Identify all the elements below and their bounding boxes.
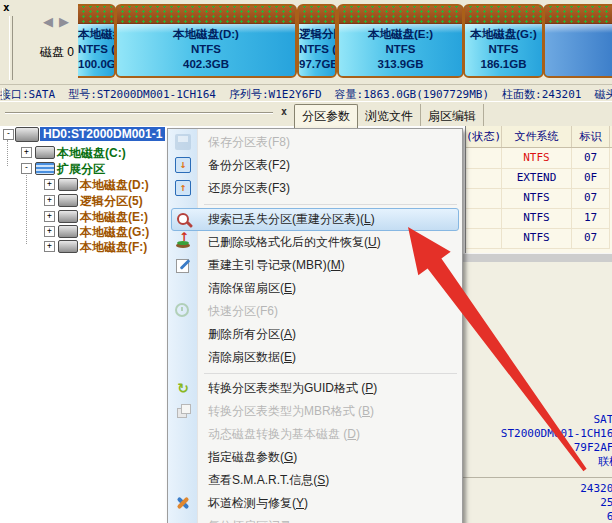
menu-item: 快速分区(F6) <box>168 300 462 323</box>
tree-expand-icon[interactable]: + <box>44 211 55 222</box>
menu-item-label: 搜索已丢失分区(重建分区表)(L) <box>208 212 375 226</box>
column-header[interactable]: (状态) <box>466 126 502 147</box>
partition-block-text: 本地磁盘(G:)NTFS186.1GB <box>465 24 542 72</box>
menu-item[interactable]: 已删除或格式化后的文件恢复(U) <box>168 231 462 254</box>
tree-expand-icon[interactable]: + <box>44 179 55 190</box>
partition-block-cap <box>117 6 295 24</box>
partition-block-body <box>545 24 612 77</box>
menu-item-label: 转换分区表类型为GUID格式 (P) <box>208 381 377 395</box>
partition-block[interactable]: 本地磁盘(E:)NTFS313.9GB <box>337 4 464 78</box>
menu-item[interactable]: 指定磁盘参数(G) <box>168 446 462 469</box>
partition-block-text: 本地磁盘(D:)NTFS402.3GB <box>117 24 295 72</box>
details-value: 243201 <box>462 482 612 496</box>
partition-block[interactable] <box>543 4 612 78</box>
menu-item[interactable]: 重建主引导记录(MBR)(M) <box>168 254 462 277</box>
partition-filesystem: NTFS <box>339 42 462 57</box>
save-icon <box>175 134 191 150</box>
cell-status <box>466 228 502 248</box>
tree-expand-icon[interactable]: + <box>21 147 32 158</box>
next-disk-icon[interactable]: ▶ <box>59 14 75 29</box>
disk-nav-arrows: ◀▶ <box>43 14 75 29</box>
tree-expand-icon[interactable]: - <box>21 163 32 174</box>
table-row[interactable]: NTFS07 <box>466 148 610 169</box>
drive-icon <box>58 225 78 238</box>
toolbar-grip[interactable] <box>9 16 13 80</box>
menu-item[interactable]: 查看S.M.A.R.T.信息(S) <box>168 469 462 492</box>
partition-block-body: 本地磁盘(G:)NTFS186.1GB <box>465 24 542 77</box>
menu-item-label: 坏道检测与修复(Y) <box>208 496 308 510</box>
tree-expand-icon[interactable]: - <box>3 129 14 140</box>
menu-item-label: 重建主引导记录(MBR)(M) <box>208 258 345 272</box>
partition-size: 402.3GB <box>117 57 295 72</box>
menu-item[interactable]: ↓备份分区表(F2) <box>168 154 462 177</box>
column-header[interactable]: 标识 <box>572 126 610 147</box>
details-value: 63 <box>462 510 612 523</box>
tree-panel-close-icon[interactable]: x <box>281 106 287 117</box>
tree-expand-icon[interactable]: + <box>44 241 55 252</box>
partition-block-cap <box>545 6 612 24</box>
menu-item[interactable]: 清除保留扇区(E) <box>168 277 462 300</box>
menu-item[interactable]: ↻转换分区表类型为GUID格式 (P) <box>168 377 462 400</box>
backup-icon: ↓ <box>175 157 191 173</box>
details-section: 243201255631863.0GB3907029168512 <box>462 482 612 523</box>
tree-item-label: HD0:ST2000DM001-1 <box>40 127 165 141</box>
partition-size: 97.7GB <box>299 57 335 72</box>
menu-item[interactable]: 删除所有分区(A) <box>168 323 462 346</box>
cell-filesystem: NTFS <box>502 148 572 168</box>
table-header-row: (状态)文件系统标识 <box>466 126 612 148</box>
details-separator <box>462 477 612 478</box>
details-value: ST2000DM001-1CH164 <box>462 427 612 441</box>
details-value: 255 <box>462 496 612 510</box>
menu-separator <box>168 369 462 377</box>
menu-item[interactable]: 搜索已丢失分区(重建分区表)(L) <box>171 208 459 231</box>
tree-item-label: 本地磁盘(C:) <box>57 145 126 162</box>
cell-status <box>466 148 502 168</box>
cell-id: 0F <box>572 168 610 188</box>
tree-expand-icon[interactable]: + <box>44 195 55 206</box>
partition-block[interactable]: 本地磁盘(C:)NTFS (活动)100.0GB <box>78 4 116 78</box>
partition-block[interactable]: 本地磁盘(G:)NTFS186.1GB <box>463 4 544 78</box>
menu-item-label: 查看S.M.A.R.T.信息(S) <box>208 473 329 487</box>
table-row[interactable]: NTFS07 <box>466 188 610 209</box>
disk-info-segment: 柱面数:243201 <box>502 88 581 101</box>
column-header[interactable]: 文件系统 <box>502 126 572 147</box>
hard-disk-icon <box>15 127 39 142</box>
tree-connector <box>7 140 8 166</box>
tree-expand-icon[interactable]: + <box>44 226 55 237</box>
cell-filesystem: NTFS <box>502 228 572 248</box>
table-row[interactable]: EXTEND0F <box>466 168 610 189</box>
tab-partition-params[interactable]: 分区参数 <box>294 104 358 128</box>
close-icon[interactable]: x <box>3 1 10 14</box>
convert-guid-icon: ↻ <box>175 380 191 396</box>
partition-name: 逻辑分区(5) <box>299 27 335 42</box>
partition-block-cap <box>78 6 114 24</box>
tree-panel-grip[interactable] <box>5 112 273 117</box>
menu-item-label: 清除保留扇区(E) <box>208 281 296 295</box>
table-row[interactable]: NTFS07 <box>466 228 610 249</box>
cell-id: 07 <box>572 148 610 168</box>
tab-browse-files[interactable]: 浏览文件 <box>358 104 421 128</box>
menu-item-label: 快速分区(F6) <box>208 304 278 318</box>
disk-info-bar: 接口:SATA型号:ST2000DM001-1CH164序列号:W1E2Y6FD… <box>0 84 612 102</box>
drive-icon <box>58 240 78 253</box>
partition-block-text <box>545 24 612 27</box>
rebuild-mbr-icon <box>175 257 191 273</box>
table-row[interactable]: NTFS17 <box>466 208 610 229</box>
cell-id: 07 <box>572 228 610 248</box>
cell-filesystem: EXTEND <box>502 168 572 188</box>
menu-item-label: 备份分区表(F2) <box>208 158 290 172</box>
prev-disk-icon[interactable]: ◀ <box>43 14 59 29</box>
details-value: 79F2AF7 <box>462 441 612 455</box>
disk-details-panel: SATAST2000DM001-1CH16479F2AF7联机243201255… <box>462 262 612 523</box>
tab-sector-edit[interactable]: 扇区编辑 <box>421 104 484 128</box>
tree-item-label: 本地磁盘(D:) <box>80 177 149 194</box>
menu-item[interactable]: 清除扇区数据(E) <box>168 346 462 369</box>
menu-item[interactable]: 坏道检测与修复(Y) <box>168 492 462 515</box>
disk-info-segment: 接口:SATA <box>0 88 55 101</box>
partition-block[interactable]: 本地磁盘(D:)NTFS402.3GB <box>115 4 297 78</box>
menu-item[interactable]: ↑还原分区表(F3) <box>168 177 462 200</box>
partition-block[interactable]: 逻辑分区(5)NTFS (隐藏)97.7GB <box>297 4 337 78</box>
menu-item-label: 还原分区表(F3) <box>208 181 290 195</box>
tab-row: x 分区参数浏览文件扇区编辑 <box>0 101 612 127</box>
partition-size: 100.0GB <box>78 57 114 72</box>
